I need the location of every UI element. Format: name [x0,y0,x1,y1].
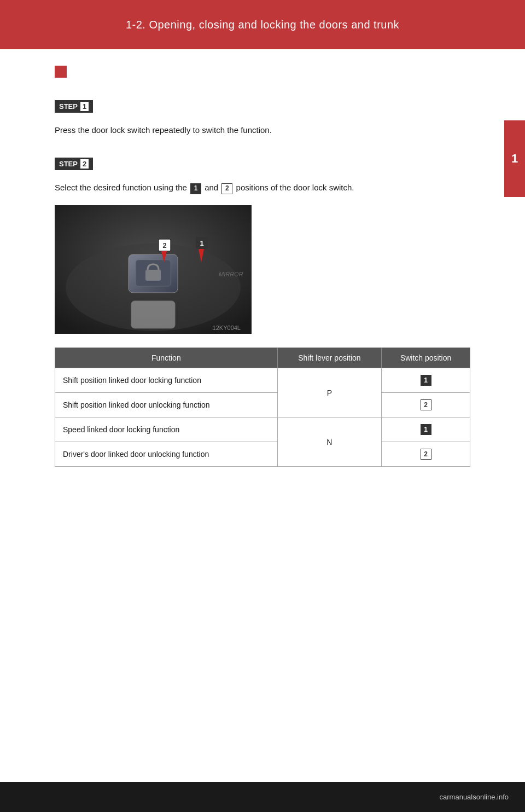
switch-cell-2: 2 [382,393,470,417]
step2-badge: STEP 2 [55,158,93,170]
step2-label: STEP 2 [55,147,470,176]
svg-text:12KY004L: 12KY004L [213,324,241,331]
shift-cell-1: P [277,368,382,417]
step1-label: STEP 1 [55,89,470,118]
bottom-bar: carmanualsonline.info [0,782,525,812]
svg-text:2: 2 [162,241,166,250]
table-row: Driver's door linked door unlocking func… [55,442,470,467]
header-bar: 1-2. Opening, closing and locking the do… [0,0,525,49]
function-cell-1: Shift position linked door locking funct… [55,368,278,393]
watermark: carmanualsonline.info [440,793,509,801]
table-header-row: Function Shift lever position Switch pos… [55,348,470,368]
svg-text:MIRROR: MIRROR [219,271,243,277]
function-cell-4: Driver's door linked door unlocking func… [55,442,278,467]
switch-cell-3: 1 [382,417,470,442]
col-function: Function [55,348,278,368]
function-cell-3: Speed linked door locking function [55,417,278,442]
table-row: Shift position linked door locking funct… [55,368,470,393]
switch-cell-1: 1 [382,368,470,393]
table-row: Shift position linked door unlocking fun… [55,393,470,417]
step1-text: Press the door lock switch repeatedly to… [55,124,470,137]
switch-position-badge-1: 1 [190,183,201,194]
table-row: Speed linked door locking function N 1 [55,417,470,442]
step2-text: Select the desired function using the 1 … [55,181,470,194]
svg-text:1: 1 [200,239,203,247]
function-cell-2: Shift position linked door unlocking fun… [55,393,278,417]
functions-table: Function Shift lever position Switch pos… [55,347,470,467]
section-marker [55,66,67,78]
main-content: STEP 1 Press the door lock switch repeat… [0,49,525,489]
switch-cell-4: 2 [382,442,470,467]
header-title: 1-2. Opening, closing and locking the do… [126,19,399,31]
diagram-image: 1 2 MIRROR 12KY004L [55,205,252,334]
svg-rect-5 [131,301,175,328]
shift-cell-2: N [277,417,382,467]
col-switch-position: Switch position [382,348,470,368]
switch-position-badge-2: 2 [221,183,232,194]
step1-badge: STEP 1 [55,100,93,113]
switch-badge-row2: 2 [421,399,431,410]
switch-badge-row3: 1 [421,424,431,435]
diagram-svg: 1 2 MIRROR 12KY004L [55,205,252,334]
switch-badge-row1: 1 [421,375,431,386]
switch-badge-row4: 2 [421,449,431,460]
col-shift-position: Shift lever position [277,348,382,368]
svg-rect-4 [145,270,161,281]
